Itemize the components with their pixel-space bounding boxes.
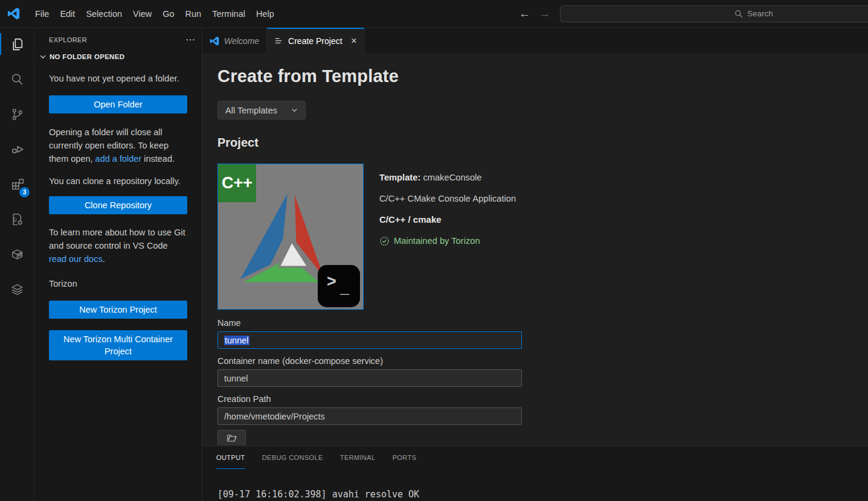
menu-help[interactable]: Help	[251, 7, 280, 21]
verified-seal-icon	[379, 236, 390, 246]
chevron-down-icon	[38, 52, 48, 62]
terminal-icon: >_	[318, 265, 360, 307]
activitybar-source-control[interactable]	[0, 100, 34, 129]
file-gear-icon	[10, 212, 25, 227]
menu-go[interactable]: Go	[157, 7, 179, 21]
browse-folder-button[interactable]	[217, 430, 246, 445]
creation-path-label: Creation Path	[217, 394, 522, 404]
template-stack: C/C++ / cmake	[379, 213, 516, 226]
project-section-title: Project	[217, 136, 868, 150]
vscode-logo-icon	[7, 7, 20, 20]
torizon-section-label: Torizon	[49, 277, 187, 290]
menu-edit[interactable]: Edit	[54, 7, 80, 21]
section-no-folder-opened[interactable]: NO FOLDER OPENED	[38, 52, 202, 62]
activitybar-search[interactable]	[0, 65, 34, 94]
activitybar-explorer[interactable]	[0, 30, 34, 59]
more-actions-icon[interactable]: ⋯	[185, 37, 196, 43]
open-folder-button[interactable]: Open Folder	[49, 95, 187, 113]
panel-tab-ports[interactable]: PORTS	[393, 446, 417, 468]
command-center-search[interactable]: Search	[560, 5, 868, 22]
layers-icon	[10, 282, 25, 297]
name-input[interactable]: tunnel	[217, 331, 522, 349]
activity-bar: 3	[0, 28, 34, 501]
bottom-panel: OUTPUT DEBUG CONSOLE TERMINAL PORTS [09-…	[202, 445, 868, 501]
template-name-row: Template: cmakeConsole	[379, 171, 516, 184]
menubar: File Edit Selection View Go Run Terminal…	[30, 7, 280, 21]
open-folder-hint: Opening a folder will close all currentl…	[49, 126, 187, 165]
read-our-docs-link[interactable]: read our docs	[49, 254, 103, 264]
tab-welcome[interactable]: Welcome	[202, 28, 267, 54]
container-box-icon	[10, 247, 25, 262]
menu-view[interactable]: View	[127, 7, 157, 21]
create-project-page: Create from Template All Templates Proje…	[202, 54, 868, 445]
new-torizon-multi-container-button[interactable]: New Torizon Multi Container Project	[49, 330, 187, 360]
menu-file[interactable]: File	[30, 7, 54, 21]
no-folder-text: You have not yet opened a folder.	[49, 72, 187, 85]
panel-tab-debug-console[interactable]: DEBUG CONSOLE	[262, 446, 323, 468]
activitybar-run-debug[interactable]	[0, 135, 34, 164]
template-description: C/C++ CMake Console Application	[379, 192, 516, 205]
history-nav: ← →	[509, 8, 560, 19]
activitybar-torizon-device[interactable]	[0, 240, 34, 269]
output-log[interactable]: [09-17 16:16:02.398] avahi resolve OK [0…	[202, 468, 868, 501]
container-name-input[interactable]	[217, 369, 522, 387]
add-a-folder-link[interactable]: add a folder	[95, 154, 142, 164]
cpp-badge: C++	[218, 164, 256, 202]
extensions-badge: 3	[19, 187, 30, 197]
folder-open-icon	[227, 433, 237, 444]
activitybar-torizon-templates[interactable]	[0, 205, 34, 234]
git-docs-text: To learn more about how to use Git and s…	[49, 226, 187, 266]
panel-tab-bar: OUTPUT DEBUG CONSOLE TERMINAL PORTS	[202, 446, 868, 468]
run-debug-icon	[10, 142, 25, 157]
container-name-label: Container name (docker-compose service)	[217, 356, 522, 366]
clone-text: You can clone a repository locally.	[49, 174, 187, 188]
search-icon	[10, 72, 25, 87]
tab-create-project[interactable]: Create Project ✕	[267, 28, 365, 54]
source-control-icon	[10, 107, 25, 122]
editor-tab-bar: Welcome Create Project ✕	[202, 28, 868, 54]
new-torizon-project-button[interactable]: New Torizon Project	[49, 301, 187, 319]
template-filter-dropdown[interactable]: All Templates	[217, 101, 306, 120]
panel-tab-terminal[interactable]: TERMINAL	[340, 446, 376, 468]
forward-button[interactable]: →	[539, 8, 550, 19]
list-icon	[274, 36, 283, 45]
template-meta: Template: cmakeConsole C/C++ CMake Conso…	[379, 164, 516, 310]
close-icon[interactable]: ✕	[351, 36, 358, 45]
activitybar-torizon-stack[interactable]	[0, 275, 34, 304]
menu-selection[interactable]: Selection	[80, 7, 127, 21]
menu-run[interactable]: Run	[180, 7, 207, 21]
files-icon	[10, 37, 25, 52]
search-placeholder: Search	[747, 9, 773, 18]
back-button[interactable]: ←	[519, 8, 530, 19]
activitybar-extensions[interactable]: 3	[0, 170, 34, 199]
template-card[interactable]: C++ >_	[217, 164, 364, 310]
chevron-down-icon	[290, 106, 299, 115]
maintained-row: Maintained by Torizon	[379, 234, 516, 247]
clone-repository-button[interactable]: Clone Repository	[49, 196, 187, 214]
page-title: Create from Template	[217, 66, 868, 86]
vscode-logo-icon	[210, 36, 219, 46]
panel-tab-output[interactable]: OUTPUT	[216, 447, 245, 469]
sidebar-title: EXPLORER	[49, 36, 87, 43]
creation-path-input[interactable]	[217, 407, 522, 425]
menu-terminal[interactable]: Terminal	[207, 7, 251, 21]
search-icon	[735, 10, 743, 18]
name-label: Name	[217, 318, 522, 328]
explorer-sidebar: EXPLORER ⋯ NO FOLDER OPENED You have not…	[34, 28, 202, 501]
project-form: Name tunnel Container name (docker-compo…	[217, 318, 522, 445]
titlebar: File Edit Selection View Go Run Terminal…	[0, 0, 868, 28]
log-line: [09-17 16:16:02.398] avahi resolve OK	[217, 488, 868, 501]
